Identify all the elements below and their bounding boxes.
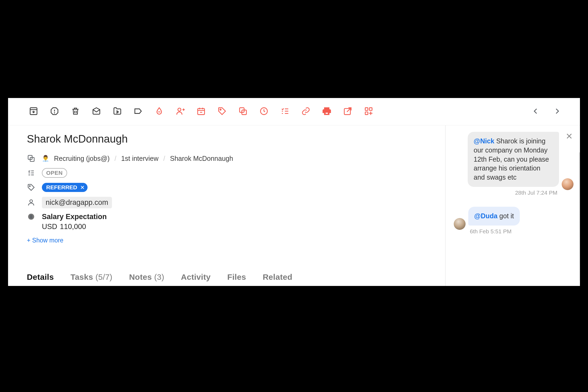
chat-mention[interactable]: @Duda — [474, 212, 498, 220]
breadcrumb: 👨‍💼 Recruiting (jobs@) / 1st interview /… — [42, 155, 233, 162]
tag-referred[interactable]: REFERRED — [42, 183, 88, 192]
tags-icon — [27, 183, 35, 191]
breadcrumb-row: 👨‍💼 Recruiting (jobs@) / 1st interview /… — [27, 152, 445, 165]
svg-rect-23 — [325, 112, 328, 114]
salary-row: $ Salary Expectation USD110,000 — [27, 213, 445, 231]
salary-label: Salary Expectation — [42, 213, 107, 221]
svg-point-14 — [220, 109, 221, 110]
tab-files[interactable]: Files — [227, 273, 246, 282]
tag-label: REFERRED — [46, 184, 77, 191]
card-main: Sharok McDonnaugh 👨‍💼 Recruiting (jobs@)… — [8, 125, 446, 286]
toolbar-icons — [29, 107, 373, 117]
chat-timestamp: 6th Feb 5:51 PM — [470, 228, 560, 235]
svg-point-40 — [30, 200, 32, 202]
chat-panel: @Nick Sharok is joining our company on M… — [446, 125, 580, 286]
assignee-row: nick@dragapp.com — [27, 196, 445, 209]
print-icon[interactable] — [322, 107, 331, 117]
chat-bubble: @Nick Sharok is joining our company on M… — [468, 132, 559, 187]
next-item-icon[interactable] — [553, 107, 561, 116]
tag-icon[interactable] — [217, 107, 227, 117]
breadcrumb-board[interactable]: Recruiting (jobs@) — [54, 155, 110, 162]
card-title: Sharok McDonnaugh — [27, 133, 445, 145]
snooze-icon[interactable] — [259, 107, 268, 117]
mark-unread-icon[interactable] — [92, 107, 101, 117]
money-icon: $ — [27, 213, 35, 221]
tab-notes[interactable]: Notes (3) — [129, 273, 164, 282]
move-to-icon[interactable] — [113, 107, 122, 117]
svg-rect-27 — [365, 112, 368, 114]
due-date-icon[interactable] — [197, 107, 206, 117]
open-external-icon[interactable] — [343, 107, 352, 117]
checklist-icon[interactable] — [280, 107, 289, 117]
duplicate-card-icon[interactable] — [238, 107, 248, 117]
chat-mention[interactable]: @Nick — [474, 137, 494, 145]
avatar[interactable] — [454, 218, 466, 230]
scrollbar[interactable] — [579, 152, 580, 281]
card-detail-panel: Sharok McDonnaugh 👨‍💼 Recruiting (jobs@)… — [8, 98, 580, 286]
svg-point-37 — [29, 186, 30, 187]
archive-icon[interactable] — [29, 107, 38, 117]
svg-point-2 — [54, 112, 55, 113]
status-row: OPEN — [27, 166, 445, 179]
assign-person-icon[interactable] — [176, 107, 185, 117]
show-more-link[interactable]: + Show more — [27, 237, 445, 244]
drop-icon[interactable] — [155, 107, 164, 117]
breadcrumb-item: Sharok McDonnaugh — [170, 155, 233, 162]
svg-point-6 — [178, 108, 181, 111]
chat-timestamp: 28th Jul 7:24 PM — [468, 190, 557, 196]
chat-message: @Duda got it 6th Feb 5:51 PM — [468, 207, 560, 235]
prev-item-icon[interactable] — [532, 107, 540, 116]
toolbar — [8, 98, 580, 125]
assignee-icon — [27, 198, 35, 206]
svg-rect-26 — [369, 108, 372, 110]
board-emoji: 👨‍💼 — [42, 155, 49, 162]
delete-icon[interactable] — [71, 107, 80, 117]
close-chat-icon[interactable] — [565, 132, 573, 141]
card-tabs: Details Tasks (5/7) Notes (3) Activity F… — [27, 273, 434, 286]
breadcrumb-column[interactable]: 1st interview — [121, 155, 158, 162]
link-icon[interactable] — [301, 107, 310, 117]
nav-arrows — [532, 107, 561, 116]
board-icon — [27, 154, 35, 162]
chat-message: @Nick Sharok is joining our company on M… — [468, 132, 559, 196]
label-icon[interactable] — [134, 107, 143, 117]
salary-value: USD110,000 — [42, 223, 107, 231]
tab-tasks[interactable]: Tasks (5/7) — [70, 273, 112, 282]
tab-related[interactable]: Related — [263, 273, 292, 282]
svg-text:$: $ — [30, 214, 32, 219]
status-badge[interactable]: OPEN — [42, 168, 67, 178]
tab-details[interactable]: Details — [27, 273, 54, 282]
status-icon — [27, 169, 35, 177]
svg-rect-9 — [198, 108, 205, 115]
svg-rect-25 — [365, 108, 368, 110]
apps-add-icon[interactable] — [364, 107, 373, 117]
assignee-chip[interactable]: nick@dragapp.com — [42, 197, 112, 208]
chat-bubble: @Duda got it — [468, 207, 520, 226]
tab-activity[interactable]: Activity — [181, 273, 211, 282]
tag-remove-icon[interactable] — [80, 185, 85, 190]
tags-row: REFERRED — [27, 181, 445, 194]
spam-icon[interactable] — [50, 107, 59, 117]
avatar[interactable] — [562, 178, 574, 190]
chat-text: got it — [499, 212, 514, 220]
